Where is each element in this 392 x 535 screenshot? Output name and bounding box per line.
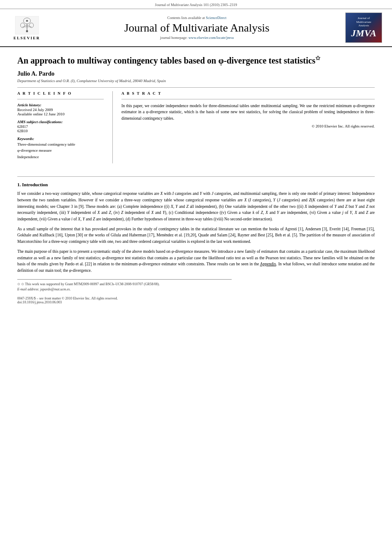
keyword-3: Independence: [17, 154, 104, 160]
ams-block: AMS subject classifications: 62H17 62B10: [17, 120, 104, 133]
footnote-star-symbol: ✩: [17, 282, 21, 286]
intro-paragraph-2: As a small sample of the interest that i…: [17, 226, 375, 245]
article-history-block: Article history: Received 24 July 2009 A…: [17, 103, 104, 116]
bottom-info: 0047-259X/$ – see front matter © 2010 El…: [17, 296, 375, 304]
intro-paragraph-1: If we consider a two-way contingency tab…: [17, 191, 375, 223]
main-content: An approach to multiway contingency tabl…: [0, 47, 392, 304]
copyright-line: © 2010 Elsevier Inc. All rights reserved…: [121, 124, 375, 128]
article-info-top-divider: [17, 99, 104, 99]
elsevier-tree-icon: [15, 16, 39, 35]
abstract-column: A B S T R A C T In this paper, we consid…: [121, 91, 375, 163]
abstract-label: A B S T R A C T: [121, 91, 375, 96]
footnote-divider: [17, 279, 232, 280]
author-name: Julio A. Pardo: [17, 70, 375, 77]
author-affiliation: Department of Statistics and O.R. (I), C…: [17, 79, 375, 83]
article-info-label: A R T I C L E I N F O: [17, 91, 104, 96]
ams-code-2: 62B10: [17, 129, 104, 133]
keyword-1: Three-dimensional contingency table: [17, 141, 104, 147]
banner-center: Contents lists available at ScienceDirec…: [48, 16, 345, 40]
issn-line: 0047-259X/$ – see front matter © 2010 El…: [17, 296, 375, 300]
elsevier-label: ELSEVIER: [13, 36, 40, 40]
available-online-date: Available online 12 June 2010: [17, 112, 104, 116]
journal-banner: ELSEVIER Contents lists available at Sci…: [0, 9, 392, 47]
article-info-column: A R T I C L E I N F O Article history: R…: [17, 91, 104, 163]
article-info-abstract-columns: A R T I C L E I N F O Article history: R…: [17, 91, 375, 163]
sciencedirect-link[interactable]: ScienceDirect: [206, 16, 226, 20]
jmva-abbreviation: JMVA: [351, 28, 376, 39]
doi-line: doi:10.1016/j.jmva.2010.06.003: [17, 300, 375, 304]
keywords-list: Three-dimensional contingency table φ-di…: [17, 141, 104, 160]
journal-title: Journal of Multivariate Analysis: [53, 22, 341, 35]
elsevier-logo: ELSEVIER: [5, 16, 48, 40]
jmva-box: Journal ofMultivariateAnalysis JMVA: [345, 13, 382, 43]
svg-rect-8: [26, 30, 28, 32]
history-label: Article history:: [17, 103, 104, 107]
ams-code-1: 62H17: [17, 124, 104, 129]
contents-available-line: Contents lists available at ScienceDirec…: [53, 16, 341, 20]
page: Journal of Multivariate Analysis 101 (20…: [0, 0, 392, 535]
introduction-section: 1. Introduction If we consider a two-way…: [17, 182, 375, 274]
abstract-text: In this paper, we consider independence …: [121, 103, 375, 121]
section-title: 1. Introduction: [17, 182, 375, 187]
footnote-email: E-mail address: japardo@mat.ucm.es.: [17, 287, 375, 292]
jmva-logo-container: Journal ofMultivariateAnalysis JMVA: [345, 13, 384, 43]
abstract-top-divider: [121, 99, 375, 99]
homepage-url[interactable]: www.elsevier.com/locate/jmva: [188, 35, 234, 40]
ams-label: AMS subject classifications:: [17, 120, 104, 124]
keywords-label: Keywords:: [17, 137, 104, 141]
journal-header-text: Journal of Multivariate Analysis 101 (20…: [155, 3, 237, 7]
article-title: An approach to multiway contingency tabl…: [17, 55, 375, 66]
column-divider: [112, 91, 113, 163]
title-footnote-star: ✩: [316, 55, 320, 61]
article-divider: [17, 87, 375, 88]
journal-header: Journal of Multivariate Analysis 101 (20…: [0, 0, 392, 9]
section-divider: [17, 176, 375, 177]
jmva-journal-name: Journal ofMultivariateAnalysis: [356, 16, 371, 27]
received-date: Received 24 July 2009: [17, 108, 104, 112]
article-section: An approach to multiway contingency tabl…: [17, 47, 375, 173]
keyword-2: φ-divergence measure: [17, 147, 104, 153]
journal-homepage-line: journal homepage: www.elsevier.com/locat…: [53, 35, 341, 40]
elsevier-logo-container: ELSEVIER: [5, 16, 48, 40]
keywords-block: Keywords: Three-dimensional contingency …: [17, 137, 104, 160]
intro-paragraph-3: The main purpose of this paper is to pre…: [17, 248, 375, 274]
footnote-star-note: ✩ ✩ This work was supported by Grant MTM…: [17, 282, 375, 287]
svg-point-7: [26, 20, 28, 22]
